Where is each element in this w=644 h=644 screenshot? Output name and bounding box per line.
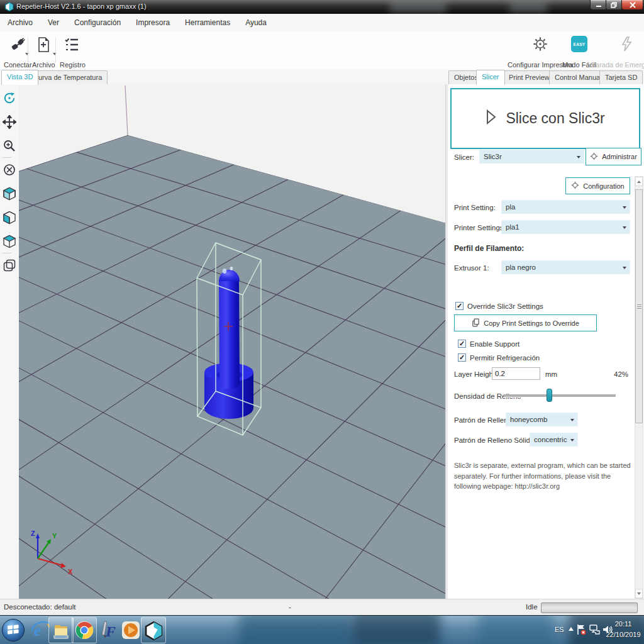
menu-ver[interactable]: Ver (40, 14, 67, 31)
slice-button[interactable]: Slice con Slic3r (450, 88, 640, 149)
override-label: Override Slic3r Settings (467, 303, 543, 310)
move-view-icon[interactable] (2, 114, 17, 130)
layers-view-icon[interactable] (2, 258, 17, 273)
titlebar-sheen (509, 1, 547, 14)
filament-profile-label: Perfil de Filamento: (454, 244, 524, 253)
layer-height-input[interactable] (492, 367, 540, 380)
tab-tarjeta-sd[interactable]: Tarjeta SD (599, 70, 643, 84)
enable-support-checkbox[interactable]: ✓ (458, 340, 466, 348)
infill-density-slider-thumb[interactable] (547, 389, 552, 402)
layer-height-unit: mm (545, 370, 557, 378)
emergency-stop-button[interactable]: Parada de Emergencia (590, 34, 644, 70)
close-button[interactable] (621, 0, 643, 10)
main-toolbar: Conectar Archivo Registro Configurar Imp… (0, 31, 644, 70)
cube-iso-view-icon[interactable] (2, 186, 17, 201)
menu-configuracion[interactable]: Configuración (67, 14, 128, 31)
window-title: Repetier-Host V2.1.6 - tapon xp gmaxx (1… (16, 3, 147, 10)
viewport-3d[interactable]: Z Y X (19, 84, 445, 599)
application-window: Repetier-Host V2.1.6 - tapon xp gmaxx (1… (0, 0, 644, 644)
menu-archivo[interactable]: Archivo (0, 14, 40, 31)
extruder1-value: pla negro (506, 264, 536, 271)
file-button[interactable]: Archivo (30, 34, 58, 70)
checklist-icon (64, 36, 81, 56)
print-setting-label: Print Setting: (454, 204, 496, 211)
solid-infill-pattern-select[interactable]: concentric (530, 433, 578, 447)
cooling-checkbox[interactable]: ✓ (458, 353, 466, 362)
file-dropdown-caret[interactable] (53, 53, 57, 55)
file-label: Archivo (32, 61, 55, 69)
copy-pages-icon (472, 318, 480, 328)
infill-pattern-label: Patrón de Relleno: (454, 416, 514, 424)
tab-vista-3d[interactable]: Vista 3D (1, 70, 38, 85)
minimize-button[interactable] (590, 0, 607, 10)
manage-button-label: Administrar (602, 153, 637, 160)
cube-top-view-icon[interactable] (2, 234, 17, 249)
glass-blob (239, 615, 352, 644)
copy-print-settings-button[interactable]: Copy Print Settings to Override (454, 314, 597, 331)
svg-text:F: F (105, 623, 116, 640)
override-checkbox[interactable]: ✓ (455, 302, 464, 310)
hidden-icons-chevron[interactable] (568, 626, 574, 633)
print-bed-scene: Z Y X (19, 84, 445, 599)
menu-bar: Archivo Ver Configuración Impresora Herr… (0, 14, 644, 32)
print-setting-value: pla (506, 203, 515, 211)
taskbar-app-f[interactable]: F (96, 617, 121, 643)
tab-slicer[interactable]: Slicer (476, 70, 505, 85)
taskbar-repetier-host[interactable] (141, 617, 166, 643)
action-center-flag-icon[interactable] (576, 623, 586, 637)
manage-button[interactable]: Administrar (586, 148, 641, 165)
print-setting-select[interactable]: pla (501, 200, 630, 214)
extruder1-select[interactable]: pla negro (501, 260, 630, 274)
connect-dropdown-caret[interactable] (25, 53, 29, 55)
menu-ayuda[interactable]: Ayuda (238, 14, 274, 31)
checkmark: ✓ (459, 340, 465, 347)
bed-corner-edge (125, 86, 128, 135)
tab-curva-temperatura[interactable]: Curva de Temperatura (28, 70, 108, 84)
printer-settings-select[interactable]: pla1 (501, 220, 630, 234)
slicer-select[interactable]: Slic3r (479, 150, 584, 164)
scroll-up-button[interactable] (635, 177, 643, 186)
panel-scrollbar[interactable] (635, 176, 643, 599)
tab-control-manual[interactable]: Control Manual (549, 70, 608, 84)
tab-print-preview[interactable]: Print Preview (503, 70, 555, 84)
tool-separator (3, 253, 11, 253)
svg-text:X: X (68, 568, 73, 575)
configuration-button[interactable]: Configuration (565, 177, 630, 194)
scrollbar-thumb[interactable] (635, 189, 643, 423)
start-button[interactable] (1, 617, 26, 643)
menu-impresora[interactable]: Impresora (128, 14, 177, 31)
fit-view-icon[interactable] (2, 162, 17, 177)
infill-pattern-value: honeycomb (510, 416, 547, 423)
clock-date: 22/10/2019 (605, 630, 641, 640)
thumb-grip (637, 306, 641, 307)
taskbar-clock[interactable]: 20:11 22/10/2019 (605, 619, 641, 640)
tray-language[interactable]: ES (555, 626, 564, 633)
taskbar-chrome[interactable] (72, 617, 97, 643)
window-titlebar[interactable]: Repetier-Host V2.1.6 - tapon xp gmaxx (1… (0, 0, 644, 14)
taskbar-media-player[interactable] (118, 617, 143, 643)
rotate-view-icon[interactable] (2, 91, 17, 106)
glass-blob (352, 615, 440, 644)
tool-separator (3, 157, 11, 158)
log-button[interactable]: Registro (57, 34, 88, 70)
status-bar: Desconectado: default - Idle (0, 599, 644, 616)
zoom-view-icon[interactable] (2, 138, 17, 153)
restore-button[interactable] (606, 0, 623, 10)
gear-icon (590, 152, 598, 162)
titlebar-sheen (390, 1, 447, 14)
infill-pattern-select[interactable]: honeycomb (506, 413, 578, 426)
enable-support-label: Enable Support (470, 340, 519, 348)
svg-text:Y: Y (52, 532, 57, 540)
menu-herramientas[interactable]: Herramientas (177, 14, 238, 31)
app-logo-icon (4, 2, 14, 14)
cube-front-view-icon[interactable] (2, 210, 17, 225)
thumb-grip (637, 304, 641, 305)
slic3r-info-text: Slic3r is separate, external program, wh… (454, 460, 635, 492)
infill-density-slider[interactable] (504, 394, 616, 397)
network-icon[interactable] (589, 624, 600, 636)
scroll-down-button[interactable] (635, 589, 643, 598)
taskbar-explorer[interactable] (48, 617, 74, 643)
layer-height-label: Layer Height: (454, 370, 497, 378)
clock-time: 20:11 (605, 619, 641, 630)
solid-infill-pattern-label: Patrón de Relleno Sólido: (454, 436, 536, 444)
